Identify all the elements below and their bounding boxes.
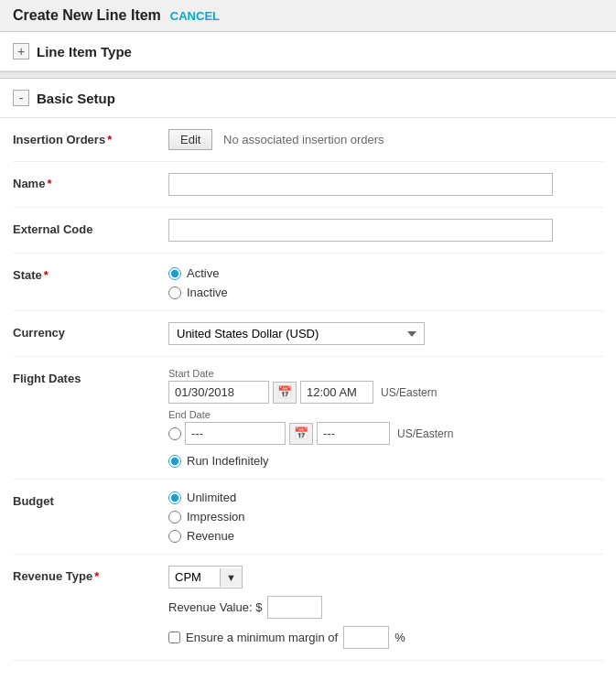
insertion-orders-control: Edit No associated insertion orders: [168, 129, 603, 150]
no-insertion-orders-text: No associated insertion orders: [223, 133, 384, 146]
external-code-label: External Code: [13, 219, 159, 236]
name-row: Name*: [13, 162, 603, 208]
insertion-orders-label: Insertion Orders*: [13, 129, 159, 146]
cpm-dropdown-button[interactable]: ▼: [220, 568, 242, 587]
end-date-input[interactable]: [185, 422, 286, 445]
budget-unlimited-option[interactable]: Unlimited: [168, 491, 603, 504]
budget-unlimited-label: Unlimited: [187, 491, 236, 504]
budget-impression-label: Impression: [187, 510, 245, 524]
name-required-star: *: [47, 177, 51, 190]
insertion-orders-row: Insertion Orders* Edit No associated ins…: [13, 118, 603, 162]
cpm-select-container: CPM ▼: [168, 566, 243, 588]
run-indefinitely-radio[interactable]: [168, 455, 181, 468]
end-calendar-icon: 📅: [294, 426, 308, 440]
cpm-dropdown-wrapper: CPM ▼: [168, 566, 603, 588]
revenue-type-label: Revenue Type*: [13, 566, 159, 583]
line-item-type-section: + Line Item Type: [0, 32, 616, 71]
start-date-input[interactable]: [168, 381, 269, 404]
end-date-row: 📅 US/Eastern: [168, 422, 603, 445]
form-body: Insertion Orders* Edit No associated ins…: [0, 118, 616, 661]
external-code-control: [168, 219, 603, 242]
end-date-label: End Date: [168, 409, 603, 420]
state-row: State* Active Inactive: [13, 254, 603, 311]
section-divider: [0, 71, 616, 79]
state-active-label: Active: [187, 266, 219, 280]
currency-label: Currency: [13, 322, 159, 340]
run-indefinitely-option[interactable]: Run Indefinitely: [168, 454, 603, 468]
budget-unlimited-radio[interactable]: [168, 491, 181, 504]
end-date-section: End Date 📅 US/Eastern: [168, 409, 603, 445]
run-indefinitely-label: Run Indefinitely: [187, 454, 269, 468]
start-date-input-group: 📅 US/Eastern: [168, 381, 603, 404]
currency-select[interactable]: United States Dollar (USD): [168, 322, 425, 345]
revenue-type-row: Revenue Type* CPM ▼ Revenu: [13, 555, 603, 661]
budget-revenue-option[interactable]: Revenue: [168, 529, 603, 543]
line-item-type-title: Line Item Type: [37, 44, 132, 59]
page-title: Create New Line Item: [13, 7, 161, 24]
margin-checkbox[interactable]: [168, 632, 180, 643]
external-code-input[interactable]: [168, 219, 553, 242]
revenue-type-control: CPM ▼ Revenue Value: $ Ensure a minimum: [168, 566, 603, 649]
state-inactive-label: Inactive: [187, 286, 228, 299]
state-inactive-radio[interactable]: [168, 286, 181, 299]
budget-control: Unlimited Impression Revenue: [168, 491, 603, 543]
margin-input[interactable]: [343, 626, 389, 649]
budget-impression-option[interactable]: Impression: [168, 510, 603, 524]
end-date-calendar-button[interactable]: 📅: [289, 423, 313, 445]
budget-revenue-label: Revenue: [187, 529, 234, 543]
margin-unit: %: [394, 631, 405, 644]
revenue-value-row: Revenue Value: $: [168, 596, 603, 619]
start-date-section: Start Date 📅 US/Eastern: [168, 368, 603, 404]
state-label: State*: [13, 265, 159, 282]
basic-setup-title: Basic Setup: [37, 91, 115, 106]
margin-label: Ensure a minimum margin of: [186, 631, 338, 644]
cpm-select[interactable]: CPM: [169, 567, 220, 588]
currency-control: United States Dollar (USD): [168, 322, 603, 345]
required-star: *: [107, 133, 112, 146]
cancel-link[interactable]: CANCEL: [170, 9, 220, 23]
state-radio-group: Active Inactive: [168, 265, 603, 299]
budget-impression-radio[interactable]: [168, 511, 181, 524]
revenue-type-required-star: *: [94, 569, 99, 583]
end-date-radio[interactable]: [168, 427, 181, 440]
state-inactive-option[interactable]: Inactive: [168, 286, 603, 299]
state-active-radio[interactable]: [168, 267, 181, 280]
state-control: Active Inactive: [168, 265, 603, 299]
basic-setup-section-header: - Basic Setup: [0, 79, 616, 118]
name-input[interactable]: [168, 173, 553, 196]
budget-group: Unlimited Impression Revenue: [168, 491, 603, 543]
state-required-star: *: [44, 268, 49, 282]
calendar-icon: 📅: [277, 385, 292, 399]
edit-insertion-orders-button[interactable]: Edit: [168, 129, 212, 150]
budget-label: Budget: [13, 491, 159, 508]
page-header: Create New Line Item CANCEL: [0, 0, 616, 32]
flight-dates-label: Flight Dates: [13, 368, 159, 385]
flight-dates-row: Flight Dates Start Date 📅 US/Eastern: [13, 357, 603, 480]
currency-row: Currency United States Dollar (USD): [13, 311, 603, 357]
end-tz-label: US/Eastern: [397, 427, 453, 440]
start-date-label: Start Date: [168, 368, 603, 379]
revenue-value-label: Revenue Value: $: [168, 600, 262, 614]
basic-setup-toggle[interactable]: -: [13, 90, 29, 106]
budget-row: Budget Unlimited Impression Revenue: [13, 480, 603, 555]
flight-dates-area: Start Date 📅 US/Eastern End Date: [168, 368, 603, 468]
name-control: [168, 173, 603, 196]
budget-revenue-radio[interactable]: [168, 530, 181, 543]
revenue-value-input[interactable]: [267, 596, 322, 619]
start-time-input[interactable]: [300, 381, 373, 404]
state-active-option[interactable]: Active: [168, 266, 603, 280]
revenue-area: CPM ▼ Revenue Value: $ Ensure a minimum: [168, 566, 603, 649]
flight-dates-control: Start Date 📅 US/Eastern End Date: [168, 368, 603, 468]
external-code-row: External Code: [13, 208, 603, 254]
start-date-calendar-button[interactable]: 📅: [273, 382, 297, 404]
end-time-input[interactable]: [317, 422, 390, 445]
cpm-dropdown-arrow-icon: ▼: [226, 572, 236, 583]
start-tz-label: US/Eastern: [381, 386, 437, 399]
name-label: Name*: [13, 173, 159, 190]
line-item-type-toggle[interactable]: +: [13, 43, 29, 59]
margin-row: Ensure a minimum margin of %: [168, 626, 603, 649]
